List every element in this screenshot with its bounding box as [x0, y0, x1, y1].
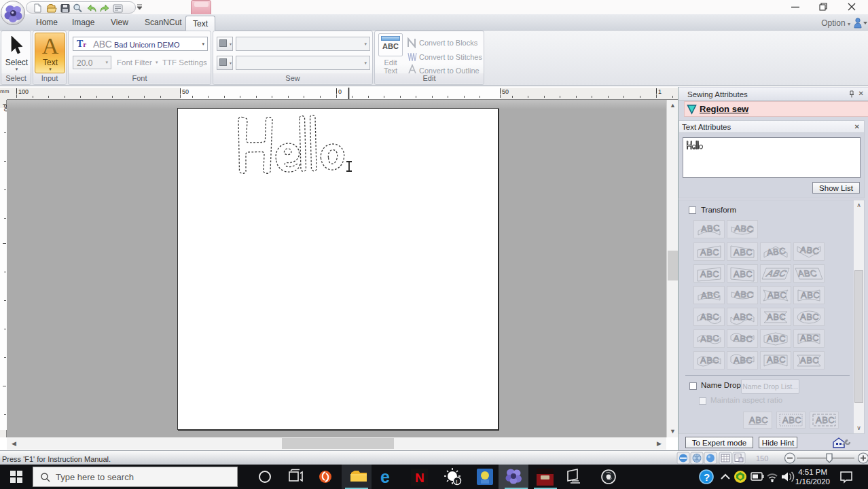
svg-text:!: !	[456, 479, 458, 486]
svg-text:ABC: ABC	[816, 415, 835, 425]
svg-text:4:51 PM: 4:51 PM	[798, 468, 827, 476]
svg-text:ABC: ABC	[795, 268, 818, 278]
svg-text:ABC: ABC	[767, 290, 786, 300]
svg-text:ABC: ABC	[767, 312, 786, 322]
svg-text:ABC: ABC	[700, 223, 720, 234]
svg-text:50: 50	[182, 88, 189, 95]
svg-text:ABC: ABC	[782, 415, 801, 425]
svg-text:?: ?	[704, 471, 710, 483]
svg-text:ABC: ABC	[734, 289, 754, 300]
svg-text:ABC: ABC	[734, 247, 753, 257]
svg-text:0: 0	[338, 88, 342, 95]
svg-text:ABC: ABC	[700, 269, 719, 279]
svg-text:ABC: ABC	[734, 355, 753, 365]
svg-text:ABC: ABC	[749, 415, 768, 425]
svg-text:ABC: ABC	[700, 247, 719, 257]
svg-text:50: 50	[502, 88, 509, 95]
svg-text:ABC: ABC	[700, 312, 719, 322]
svg-text:ABC: ABC	[800, 355, 819, 365]
svg-text:N: N	[415, 471, 424, 485]
svg-text:ABC: ABC	[734, 269, 753, 279]
svg-text:ABC: ABC	[766, 245, 786, 257]
svg-text:ABC: ABC	[700, 333, 720, 344]
svg-text:ABC: ABC	[765, 268, 788, 278]
svg-text:150: 150	[756, 454, 768, 463]
svg-text:ABC: ABC	[800, 333, 819, 343]
svg-text:ABC: ABC	[767, 333, 786, 344]
svg-text:1/16/2020: 1/16/2020	[795, 477, 830, 486]
svg-text:ABC: ABC	[734, 223, 754, 234]
svg-text:ABC: ABC	[801, 290, 820, 300]
svg-text:e: e	[380, 467, 390, 486]
svg-text:ABC: ABC	[700, 355, 719, 365]
svg-text:100: 100	[18, 88, 29, 95]
svg-text:1: 1	[658, 88, 662, 95]
svg-text:ABC: ABC	[800, 244, 820, 257]
svg-text:ABC: ABC	[800, 312, 819, 322]
svg-text:ABC: ABC	[767, 355, 786, 365]
svg-text:ABC: ABC	[734, 333, 753, 344]
svg-text:ABC: ABC	[701, 289, 721, 300]
svg-text:ABC: ABC	[734, 312, 753, 322]
